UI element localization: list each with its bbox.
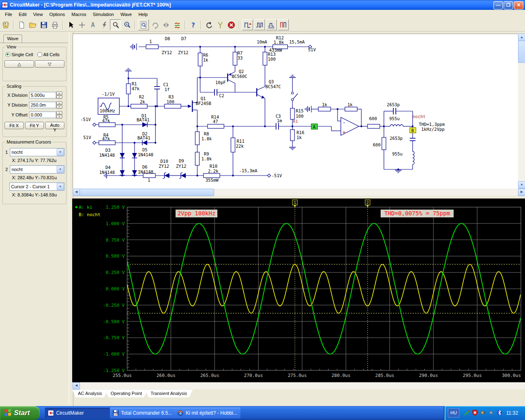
help-icon[interactable]: ? bbox=[188, 20, 198, 30]
schematic-label: 1N4148 bbox=[138, 152, 153, 157]
tab-wave[interactable]: Wave bbox=[3, 34, 22, 43]
waveform-digital-icon[interactable] bbox=[254, 19, 265, 30]
parts-browser-icon[interactable] bbox=[0, 20, 11, 30]
hscroll-thumb[interactable] bbox=[80, 189, 214, 196]
run-options-icon[interactable] bbox=[172, 20, 182, 30]
pen-icon[interactable] bbox=[463, 409, 470, 417]
schematic-vscrollbar[interactable]: ▲ ▼ bbox=[518, 34, 525, 188]
scroll-left-icon[interactable]: ◀ bbox=[73, 382, 80, 390]
tab-transient-analysis[interactable]: Transient Analysis bbox=[145, 390, 193, 397]
title-bar[interactable]: CircuitMaker - [C:\Program Files\...\imp… bbox=[0, 0, 525, 10]
fit-y-button[interactable]: Fit Y bbox=[25, 122, 44, 129]
probe-a[interactable]: A bbox=[311, 124, 317, 129]
y-tick-label: -1.000 V bbox=[103, 352, 125, 357]
scroll-left-icon[interactable]: ◀ bbox=[73, 189, 80, 196]
schematic-label: 51V bbox=[83, 135, 91, 140]
waveform-mixed-icon[interactable] bbox=[266, 19, 277, 30]
y-offset-spinner[interactable]: ▲▼ bbox=[56, 111, 62, 119]
print-icon[interactable] bbox=[50, 20, 60, 30]
volume-icon[interactable] bbox=[480, 409, 486, 417]
close-button[interactable]: ✕ bbox=[514, 1, 523, 9]
y-division-input[interactable] bbox=[29, 102, 56, 108]
restore-button[interactable]: ❐ bbox=[504, 1, 513, 9]
menu-item-edit[interactable]: Edit bbox=[16, 11, 30, 18]
stop-simulation-icon[interactable] bbox=[226, 20, 236, 30]
windows-flag-icon bbox=[3, 409, 12, 418]
bluetooth-icon[interactable] bbox=[496, 409, 503, 417]
chevron-down-icon[interactable]: ▼ bbox=[57, 148, 64, 156]
taskbar-task-3[interactable]: Ki mit épített? - Hobbi... bbox=[175, 408, 240, 418]
language-indicator[interactable]: HU bbox=[448, 409, 459, 418]
cursor1-select[interactable]: nocht ▼ bbox=[10, 148, 64, 156]
tab-ac-analysis[interactable]: AC Analysis bbox=[72, 390, 108, 397]
speaker-icon[interactable] bbox=[488, 409, 495, 417]
text-tool-icon[interactable]: A bbox=[88, 20, 98, 30]
schematic-label: R1 bbox=[132, 81, 137, 86]
x-division-spinner[interactable]: ▲▼ bbox=[56, 91, 62, 99]
save-icon[interactable] bbox=[39, 20, 49, 30]
scope-probe-icon[interactable] bbox=[215, 20, 225, 30]
schematic-label: R8 bbox=[204, 131, 209, 136]
rotate-icon[interactable] bbox=[150, 20, 160, 30]
fit-x-button[interactable]: Fit X bbox=[5, 122, 24, 129]
chevron-down-icon[interactable]: ▼ bbox=[57, 166, 64, 173]
menu-item-file[interactable]: File bbox=[2, 11, 16, 18]
mirror-icon[interactable] bbox=[161, 20, 171, 30]
schematic-hscrollbar[interactable]: ◀ ▶ bbox=[73, 189, 525, 196]
radio-all-cells[interactable]: All Cells bbox=[37, 52, 60, 57]
wire-tool-icon[interactable] bbox=[77, 20, 87, 30]
delete-tool-icon[interactable] bbox=[99, 20, 109, 30]
security-shield-icon[interactable] bbox=[472, 409, 478, 417]
x-tick-label: 275.0us bbox=[288, 373, 306, 378]
schematic-label: 600 bbox=[369, 116, 377, 121]
toolbar-separator bbox=[239, 21, 240, 30]
chevron-down-icon[interactable]: ▼ bbox=[57, 183, 64, 190]
y-division-spinner[interactable]: ▲▼ bbox=[56, 101, 62, 109]
schematic-label: -51V bbox=[272, 173, 282, 178]
schematic-canvas[interactable]: -+AB1D8ZY12D7ZY12R61kR73310mAR121.8k15,5… bbox=[73, 34, 518, 189]
cell-down-button[interactable]: ▽ bbox=[35, 60, 64, 68]
schematic-label: 2k bbox=[140, 99, 145, 104]
tray-icons bbox=[463, 409, 503, 417]
auto-y-button[interactable]: Auto Y bbox=[45, 122, 64, 129]
schematic-label: R9 bbox=[204, 151, 209, 156]
menu-item-simulation[interactable]: Simulation bbox=[89, 11, 117, 18]
scroll-down-icon[interactable]: ▼ bbox=[518, 181, 525, 189]
schematic-label: 47k bbox=[102, 136, 110, 141]
schematic-label: 1k bbox=[297, 135, 302, 140]
cursor1-readout: X: 274.17u Y: 77.762u bbox=[12, 158, 66, 163]
waveform-scrollbar[interactable]: ◀ bbox=[72, 382, 525, 389]
new-icon[interactable] bbox=[16, 20, 27, 30]
zoom-tool-icon[interactable] bbox=[122, 20, 132, 30]
menu-item-view[interactable]: View bbox=[30, 11, 46, 18]
preview-icon[interactable] bbox=[138, 19, 149, 30]
open-icon[interactable] bbox=[27, 20, 38, 30]
select-arrow-icon[interactable] bbox=[66, 20, 76, 30]
cell-up-button[interactable]: △ bbox=[5, 60, 34, 68]
schematic-label: -1/1V bbox=[102, 91, 115, 96]
taskbar-task-1[interactable]: CircuitMaker bbox=[45, 408, 111, 418]
x-division-input[interactable] bbox=[29, 92, 56, 98]
vscroll-thumb[interactable] bbox=[518, 41, 525, 63]
minimize-button[interactable]: — bbox=[493, 1, 503, 9]
menu-item-options[interactable]: Options bbox=[46, 11, 68, 18]
reset-icon[interactable] bbox=[204, 20, 214, 30]
scroll-up-icon[interactable]: ▲ bbox=[518, 34, 525, 41]
menu-item-help[interactable]: Help bbox=[135, 11, 151, 18]
waveform-plot[interactable]: 1.250 V1.000 V0.750 V0.500 V0.250 V0.000… bbox=[72, 199, 525, 382]
y-offset-input[interactable] bbox=[29, 112, 56, 118]
probe-tool-icon[interactable] bbox=[110, 19, 121, 30]
radio-single-cell[interactable]: Single Cell bbox=[5, 52, 33, 57]
menu-item-wave[interactable]: Wave bbox=[117, 11, 135, 18]
cursor-diff-select[interactable]: Cursor 2 - Cursor 1 ▼ bbox=[9, 183, 64, 191]
menu-item-macros[interactable]: Macros bbox=[68, 11, 89, 18]
cursors-group-label: Measurement Cursors bbox=[5, 139, 52, 144]
cursor2-select[interactable]: nocht ▼ bbox=[10, 165, 64, 173]
taskbar-task-2[interactable]: Total Commander 6.5... bbox=[110, 408, 176, 418]
probe-b[interactable]: B bbox=[410, 128, 416, 133]
start-button[interactable]: Start bbox=[0, 406, 40, 420]
scroll-right-icon[interactable]: ▶ bbox=[518, 189, 525, 196]
tab-operating-point[interactable]: Operating Point bbox=[105, 390, 148, 397]
waveform-analog-icon[interactable] bbox=[278, 19, 289, 30]
waveform-step-icon[interactable] bbox=[242, 19, 253, 30]
